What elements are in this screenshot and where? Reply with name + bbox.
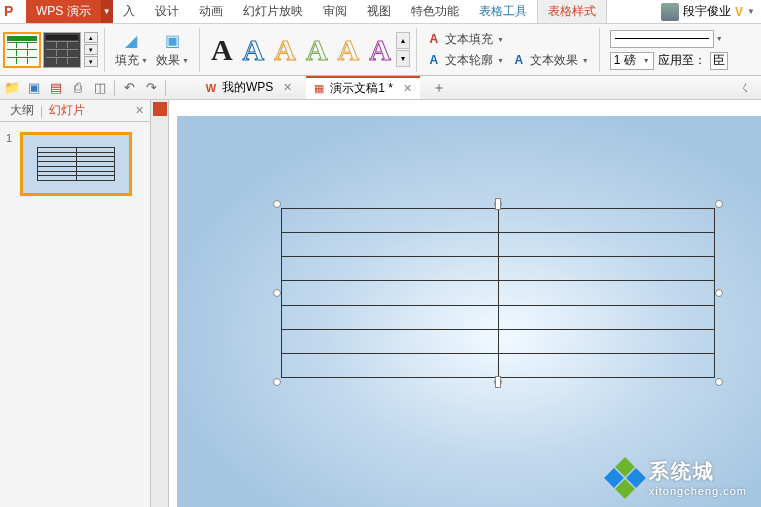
border-style-selector[interactable]	[610, 30, 714, 48]
paint-bucket-icon: ◢	[121, 31, 141, 51]
redo-icon[interactable]: ↷	[143, 80, 159, 96]
wordart-preset-5[interactable]: A	[333, 33, 365, 67]
user-avatar-icon	[661, 3, 679, 21]
watermark: 系统城 xitongcheng.com	[607, 458, 747, 497]
user-name: 段宇俊业	[683, 3, 731, 20]
user-area[interactable]: 段宇俊业 V ▼	[661, 3, 761, 21]
apply-to-label: 应用至：	[658, 52, 706, 69]
resize-handle[interactable]	[273, 289, 281, 297]
tab-separator: |	[40, 104, 43, 118]
fill-button[interactable]: ◢ 填充▼	[111, 31, 152, 69]
quick-access-toolbar: 📁 ▣ ▤ ⎙ ◫ ↶ ↷ W 我的WPS ✕ ▦ 演示文稿1 * ✕ ＋ ㄑ	[0, 76, 761, 100]
menu-design[interactable]: 设计	[145, 0, 189, 23]
menu-bar: P WPS 演示 ▼ 入 设计 动画 幻灯片放映 审阅 视图 特色功能 表格工具…	[0, 0, 761, 24]
resize-handle[interactable]	[715, 289, 723, 297]
apply-to-button[interactable]: 臣	[710, 52, 728, 70]
menu-table-tools[interactable]: 表格工具	[469, 0, 537, 23]
wordart-preset-1[interactable]: A	[206, 33, 238, 67]
close-panel-icon[interactable]: ✕	[135, 104, 144, 117]
wordart-preset-3[interactable]: A	[269, 33, 301, 67]
undo-icon[interactable]: ↶	[121, 80, 137, 96]
print-icon[interactable]: ⎙	[70, 80, 86, 96]
ribbon-separator	[199, 28, 200, 72]
text-effects-icon: A	[512, 53, 526, 67]
resize-handle[interactable]	[273, 378, 281, 386]
chevron-down-icon: ▼	[497, 36, 504, 43]
save-icon[interactable]: ▣	[26, 80, 42, 96]
column-handle[interactable]	[495, 376, 501, 388]
toolbar-separator	[165, 80, 166, 96]
app-title[interactable]: WPS 演示	[26, 0, 101, 23]
collapse-ribbon-icon[interactable]: ㄑ	[737, 80, 753, 96]
panel-tab-bar: 大纲 | 幻灯片 ✕	[0, 100, 150, 122]
ribbon-separator	[104, 28, 105, 72]
ribbon-separator	[599, 28, 600, 72]
app-menu-dropdown[interactable]: ▼	[101, 0, 113, 23]
slide-number: 1	[6, 132, 16, 196]
menu-slideshow[interactable]: 幻灯片放映	[233, 0, 313, 23]
new-tab-button[interactable]: ＋	[426, 79, 452, 97]
chevron-down-icon: ▼	[141, 57, 148, 64]
chevron-down-icon[interactable]: ▼	[716, 35, 723, 42]
close-icon[interactable]: ✕	[403, 82, 412, 95]
text-fill-icon: A	[427, 32, 441, 46]
slide-preview	[20, 132, 132, 196]
tab-document[interactable]: ▦ 演示文稿1 * ✕	[306, 76, 420, 99]
selected-table-object[interactable]	[277, 204, 719, 382]
text-outline-button[interactable]: A 文本轮廓▼	[427, 52, 504, 69]
tab-wps-home[interactable]: W 我的WPS ✕	[198, 76, 300, 99]
wps-logo-icon: W	[204, 81, 218, 95]
chevron-down-icon: ▼	[182, 57, 189, 64]
tab-outline[interactable]: 大纲	[6, 102, 38, 119]
presentation-file-icon: ▦	[312, 82, 326, 96]
wordart-preset-6[interactable]: A	[364, 33, 396, 67]
toolbar-separator	[114, 80, 115, 96]
text-fill-button[interactable]: A 文本填充▼	[427, 31, 589, 48]
menu-table-style[interactable]: 表格样式	[537, 0, 607, 23]
export-icon[interactable]: ▤	[48, 80, 64, 96]
text-outline-icon: A	[427, 53, 441, 67]
slide-thumbnail-list: 1	[0, 122, 150, 206]
user-vip-icon: V	[735, 5, 743, 19]
watermark-title: 系统城	[649, 458, 747, 485]
menu-view[interactable]: 视图	[357, 0, 401, 23]
resize-handle[interactable]	[715, 200, 723, 208]
slide-thumbnail[interactable]: 1	[6, 132, 144, 196]
table-style-preset-2[interactable]	[43, 32, 81, 68]
ribbon-toolbar: ▴▾▾ ◢ 填充▼ ▣ 效果▼ AAAAAA ▴▾ A 文本填充▼ A 文本轮廓…	[0, 24, 761, 76]
slide-canvas-area	[169, 100, 761, 507]
effects-button[interactable]: ▣ 效果▼	[152, 31, 193, 69]
open-folder-icon[interactable]: 📁	[4, 80, 20, 96]
resize-handle[interactable]	[273, 200, 281, 208]
ribbon-separator	[416, 28, 417, 72]
print-preview-icon[interactable]: ◫	[92, 80, 108, 96]
column-handle[interactable]	[495, 198, 501, 210]
menu-features[interactable]: 特色功能	[401, 0, 469, 23]
watermark-logo-icon	[607, 460, 643, 496]
menu-insert[interactable]: 入	[113, 0, 145, 23]
chevron-down-icon: ▼	[497, 57, 504, 64]
ruler-gutter	[151, 100, 169, 507]
ruler-marker-icon[interactable]	[153, 102, 167, 116]
slide-canvas[interactable]	[177, 116, 761, 507]
wordart-preset-2[interactable]: A	[238, 33, 270, 67]
effects-icon: ▣	[162, 31, 182, 51]
close-icon[interactable]: ✕	[283, 81, 292, 94]
app-logo-icon: P	[4, 3, 22, 21]
menu-animation[interactable]: 动画	[189, 0, 233, 23]
workspace: 大纲 | 幻灯片 ✕ 1	[0, 100, 761, 507]
menu-review[interactable]: 审阅	[313, 0, 357, 23]
border-weight-selector[interactable]: 1 磅▼	[610, 52, 654, 70]
table-grid[interactable]	[281, 208, 715, 378]
resize-handle[interactable]	[715, 378, 723, 386]
slide-panel: 大纲 | 幻灯片 ✕ 1	[0, 100, 151, 507]
table-style-gallery-more[interactable]: ▴▾▾	[84, 32, 98, 67]
text-style-more[interactable]: ▴▾	[396, 32, 410, 67]
user-dropdown-icon: ▼	[747, 7, 755, 16]
table-style-preset-1[interactable]	[3, 32, 41, 68]
tab-slides[interactable]: 幻灯片	[45, 102, 89, 119]
wordart-preset-4[interactable]: A	[301, 33, 333, 67]
text-effects-button[interactable]: A 文本效果▼	[512, 52, 589, 69]
chevron-down-icon: ▼	[582, 57, 589, 64]
watermark-subtitle: xitongcheng.com	[649, 485, 747, 497]
